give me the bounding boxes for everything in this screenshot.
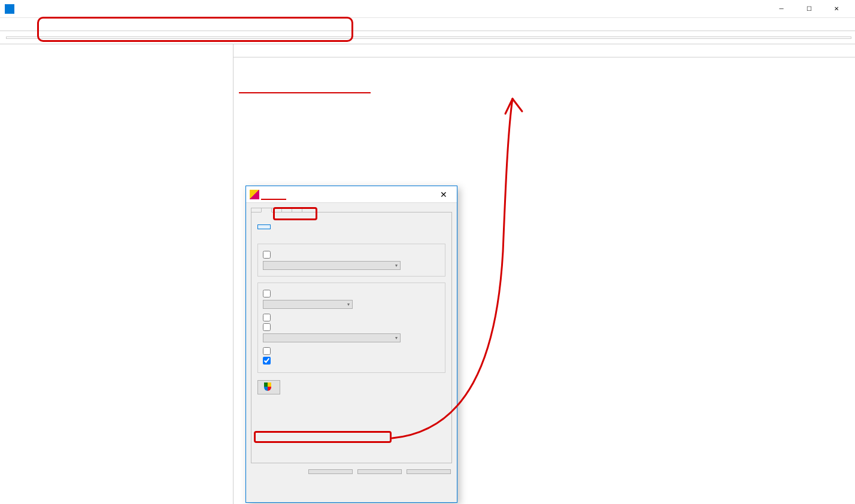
chevron-down-icon: ▾ — [395, 263, 398, 268]
exe-icon — [250, 190, 259, 199]
reduced-color-checkbox[interactable] — [263, 290, 440, 297]
dpi-override-checkbox-input[interactable] — [263, 323, 271, 331]
menu-favorites[interactable] — [32, 23, 42, 26]
groupbox-settings: ▾ ▾ — [257, 283, 445, 373]
regedit-icon — [5, 4, 14, 14]
maximize-button[interactable]: ☐ — [795, 0, 823, 18]
properties-close-button[interactable]: ✕ — [434, 190, 453, 199]
cancel-button[interactable] — [357, 469, 402, 474]
change-all-users-button[interactable] — [257, 380, 280, 394]
menu-file[interactable] — [4, 23, 13, 26]
tree-pane[interactable] — [0, 44, 234, 504]
tab-general[interactable] — [251, 208, 262, 212]
titlebar: ─ ☐ ✕ — [0, 0, 855, 18]
res640-checkbox[interactable] — [263, 314, 440, 321]
disable-fullscreen-checkbox[interactable] — [263, 347, 440, 355]
close-button[interactable]: ✕ — [823, 0, 850, 18]
minimize-button[interactable]: ─ — [768, 0, 795, 18]
dpi-override-checkbox[interactable] — [263, 323, 440, 331]
chevron-down-icon: ▾ — [347, 302, 350, 307]
properties-tabstrip — [246, 203, 457, 212]
ok-button[interactable] — [308, 469, 353, 474]
apply-button[interactable] — [407, 469, 451, 474]
reduced-color-checkbox-input[interactable] — [263, 290, 271, 297]
addressbar — [0, 31, 855, 44]
tab-compatibility[interactable] — [261, 208, 272, 212]
groupbox-compat-mode: ▾ — [257, 244, 445, 277]
list-header — [234, 44, 855, 57]
compat-mode-checkbox[interactable] — [263, 251, 440, 259]
menu-help[interactable] — [42, 23, 51, 26]
menu-view[interactable] — [23, 23, 32, 26]
disable-fullscreen-checkbox-input[interactable] — [263, 347, 271, 355]
menu-edit[interactable] — [13, 23, 23, 26]
properties-titlebar[interactable]: ✕ — [246, 186, 457, 203]
menubar — [0, 18, 855, 31]
tab-details[interactable] — [281, 208, 292, 212]
window-controls: ─ ☐ ✕ — [768, 0, 850, 18]
res640-checkbox-input[interactable] — [263, 314, 271, 321]
shield-icon — [264, 382, 271, 391]
run-as-admin-checkbox-input[interactable] — [263, 357, 271, 365]
compat-mode-checkbox-input[interactable] — [263, 251, 271, 259]
properties-dialog[interactable]: ✕ ▾ — [245, 186, 457, 503]
compat-mode-select[interactable]: ▾ — [263, 261, 401, 270]
tab-security[interactable] — [271, 208, 282, 212]
dpi-scaling-select[interactable]: ▾ — [263, 333, 401, 342]
run-as-admin-checkbox[interactable] — [263, 357, 440, 365]
tab-previous-versions[interactable] — [292, 208, 302, 212]
color-depth-select[interactable]: ▾ — [263, 300, 353, 309]
dialog-buttons — [246, 467, 457, 479]
chevron-down-icon: ▾ — [395, 335, 398, 341]
address-path-input[interactable] — [6, 37, 851, 39]
run-troubleshooter-button[interactable] — [257, 224, 271, 229]
tab-body-compatibility: ▾ ▾ ▾ — [251, 212, 452, 463]
